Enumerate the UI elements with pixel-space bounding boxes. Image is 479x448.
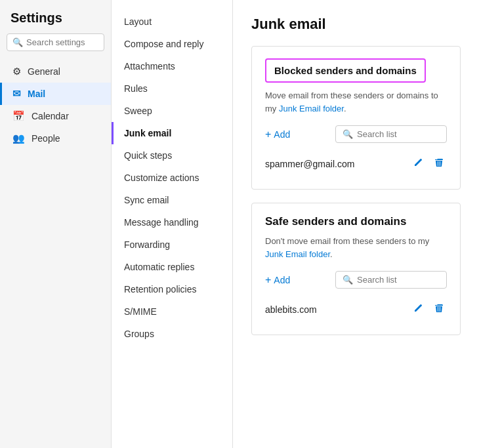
blocked-list-item: spammer@gmail.com	[265, 151, 447, 177]
blocked-action-icons	[410, 156, 447, 172]
search-settings-container[interactable]: 🔍	[7, 33, 104, 51]
safe-list: ablebits.com	[265, 296, 447, 323]
blocked-delete-button[interactable]	[431, 156, 447, 172]
middle-item-retention-policies[interactable]: Retention policies	[112, 278, 232, 300]
safe-senders-header: Safe senders and domains	[265, 215, 447, 228]
sidebar-item-label-general: General	[28, 66, 60, 77]
main-content: Junk email Blocked senders and domains M…	[233, 0, 479, 448]
safe-search-box[interactable]: 🔍	[335, 271, 447, 289]
sidebar-item-calendar[interactable]: 📅Calendar	[0, 105, 111, 127]
sidebar-item-mail[interactable]: ✉Mail	[0, 83, 111, 105]
blocked-list: spammer@gmail.com	[265, 151, 447, 177]
safe-action-icons	[410, 302, 447, 317]
middle-item-message-handling[interactable]: Message handling	[112, 211, 232, 234]
mail-icon: ✉	[12, 88, 21, 100]
blocked-search-icon: 🔍	[343, 129, 353, 139]
blocked-add-search-row: + Add 🔍	[265, 125, 447, 143]
safe-add-label: Add	[274, 275, 290, 285]
sidebar-nav: ⚙General✉Mail📅Calendar👥People	[0, 60, 111, 150]
safe-desc-link[interactable]: Junk Email folder	[265, 249, 330, 259]
middle-nav: LayoutCompose and replyAttachmentsRulesS…	[112, 10, 232, 345]
safe-desc-text: Don't move email from these senders to m…	[265, 236, 429, 246]
general-icon: ⚙	[12, 66, 21, 77]
blocked-add-label: Add	[274, 129, 290, 140]
safe-email-value: ablebits.com	[265, 304, 410, 315]
blocked-add-button[interactable]: + Add	[265, 129, 290, 140]
blocked-desc-link[interactable]: Junk Email folder	[279, 104, 344, 113]
page-title: Junk email	[251, 16, 461, 33]
safe-desc-suffix: .	[330, 249, 333, 259]
safe-search-input[interactable]	[357, 275, 440, 285]
middle-item-customize-actions[interactable]: Customize actions	[112, 167, 232, 189]
sidebar-item-people[interactable]: 👥People	[0, 127, 111, 150]
safe-edit-button[interactable]	[410, 302, 426, 317]
search-settings-icon: 🔍	[12, 37, 23, 47]
calendar-icon: 📅	[12, 110, 25, 122]
middle-item-attachments[interactable]: Attachments	[112, 55, 232, 77]
blocked-search-box[interactable]: 🔍	[335, 125, 447, 143]
middle-item-compose-reply[interactable]: Compose and reply	[112, 33, 232, 55]
blocked-desc-suffix: .	[344, 104, 346, 113]
blocked-search-input[interactable]	[357, 129, 440, 139]
sidebar-item-label-mail: Mail	[28, 89, 45, 99]
blocked-senders-header: Blocked senders and domains	[265, 58, 426, 83]
middle-item-layout[interactable]: Layout	[112, 10, 232, 33]
middle-item-rules[interactable]: Rules	[112, 77, 232, 100]
middle-item-junk-email[interactable]: Junk email	[112, 122, 232, 144]
safe-add-button[interactable]: + Add	[265, 274, 290, 286]
blocked-senders-section: Blocked senders and domains Move email f…	[251, 46, 461, 190]
sidebar-item-general[interactable]: ⚙General	[0, 60, 111, 83]
middle-item-quick-steps[interactable]: Quick steps	[112, 144, 232, 167]
search-settings-input[interactable]	[26, 37, 98, 47]
middle-item-automatic-replies[interactable]: Automatic replies	[112, 256, 232, 278]
middle-item-forwarding[interactable]: Forwarding	[112, 234, 232, 256]
settings-title: Settings	[0, 10, 111, 33]
people-icon: 👥	[12, 132, 25, 144]
safe-search-icon: 🔍	[343, 275, 353, 285]
sidebar: Settings 🔍 ⚙General✉Mail📅Calendar👥People	[0, 0, 112, 448]
safe-senders-section: Safe senders and domains Don't move emai…	[251, 203, 461, 335]
sidebar-item-label-calendar: Calendar	[31, 111, 69, 121]
safe-plus-icon: +	[265, 274, 271, 286]
safe-add-search-row: + Add 🔍	[265, 271, 447, 289]
blocked-edit-button[interactable]	[410, 156, 426, 172]
sidebar-item-label-people: People	[31, 133, 60, 144]
safe-senders-desc: Don't move email from these senders to m…	[265, 235, 447, 260]
middle-item-groups[interactable]: Groups	[112, 323, 232, 345]
middle-panel: LayoutCompose and replyAttachmentsRulesS…	[112, 0, 233, 448]
middle-item-smime[interactable]: S/MIME	[112, 300, 232, 323]
blocked-email-value: spammer@gmail.com	[265, 159, 410, 169]
blocked-plus-icon: +	[265, 129, 271, 140]
middle-item-sync-email[interactable]: Sync email	[112, 189, 232, 211]
middle-item-sweep[interactable]: Sweep	[112, 100, 232, 122]
safe-delete-button[interactable]	[431, 302, 447, 317]
blocked-senders-desc: Move email from these senders or domains…	[265, 89, 447, 115]
safe-list-item: ablebits.com	[265, 296, 447, 323]
